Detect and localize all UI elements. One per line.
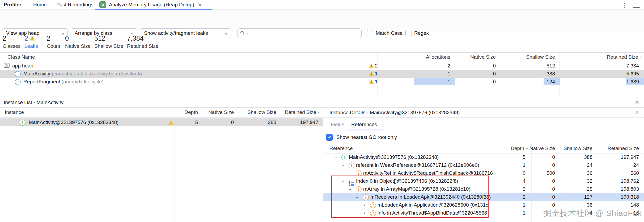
class-name: app heap bbox=[12, 63, 33, 69]
col-shallow-size[interactable]: Shallow Size bbox=[564, 144, 592, 153]
col-shallow-size[interactable]: Shallow Size bbox=[247, 107, 276, 117]
warning-icon bbox=[369, 72, 374, 76]
stat-label: Retained Size bbox=[127, 43, 158, 49]
col-depth[interactable]: Depth bbox=[184, 107, 198, 117]
stat-label: Classes bbox=[3, 43, 21, 49]
col-instance[interactable]: Instance bbox=[5, 107, 24, 117]
search-icon bbox=[240, 30, 245, 36]
retained-size-cell: 560 bbox=[630, 169, 639, 177]
leak-count-badge: 1 bbox=[369, 78, 378, 86]
reference-tree-row[interactable]: IMainActivity@321397576 (0x13282348)5038… bbox=[323, 153, 644, 161]
gc-root-checkbox[interactable] bbox=[326, 134, 333, 141]
tab-analyze-memory-usage[interactable]: Analyze Memory Usage (Heap Dump) × bbox=[95, 0, 212, 10]
col-shallow-size[interactable]: Shallow Size bbox=[526, 53, 555, 62]
warning-icon bbox=[30, 36, 35, 41]
allocations-cell: 1 bbox=[447, 70, 450, 78]
retained-size-cell: 24 bbox=[633, 161, 639, 169]
summary-stat-count: 2Count bbox=[47, 34, 60, 49]
shallow-size-cell: 36 bbox=[587, 169, 592, 177]
instance-list-title: Instance List - MainActivity bbox=[4, 98, 63, 107]
stat-value: 2 bbox=[24, 35, 28, 42]
tab-fields[interactable]: Fields bbox=[331, 119, 344, 130]
depth-cell: 4 bbox=[523, 177, 526, 185]
col-reference[interactable]: Reference bbox=[329, 144, 353, 153]
class-icon: C bbox=[15, 71, 21, 77]
col-retained-size[interactable]: Retained Size bbox=[607, 53, 643, 62]
tab-references[interactable]: References bbox=[351, 119, 377, 130]
collapse-chevron-icon[interactable] bbox=[341, 163, 345, 169]
instance-row[interactable]: IMainActivity@321397576 (0x13282348)5038… bbox=[0, 118, 323, 126]
tab-close-icon[interactable]: × bbox=[198, 1, 202, 8]
collapse-chevron-icon[interactable] bbox=[333, 155, 338, 161]
depth-cell: 1 bbox=[523, 201, 526, 209]
native-size-cell: 0 bbox=[493, 70, 496, 78]
menu-profiler[interactable]: Profiler bbox=[4, 0, 22, 10]
native-size-cell: 0 bbox=[552, 153, 555, 161]
tab-label: Analyze Memory Usage (Heap Dump) bbox=[109, 2, 194, 8]
regex-checkbox[interactable] bbox=[405, 30, 412, 36]
shallow-size-cell: 388 bbox=[268, 118, 276, 126]
gc-root-checkbox-label[interactable]: Show nearest GC root only bbox=[336, 134, 397, 141]
references-header: Reference Depth Native Size Shallow Size… bbox=[323, 144, 644, 153]
col-class-name[interactable]: Class Name bbox=[7, 53, 35, 62]
warning-icon bbox=[168, 120, 173, 125]
minimize-icon[interactable] bbox=[633, 7, 640, 8]
sort-desc-icon bbox=[317, 110, 321, 114]
profiler-window: app heap2205127,384CMainActivity (com.sh… bbox=[0, 0, 644, 222]
class-table-row[interactable]: CReportFragment (androidx.lifecycle)1101… bbox=[0, 78, 644, 86]
stat-value: 0 bbox=[65, 35, 69, 42]
depth-cell: 5 bbox=[195, 118, 198, 126]
class-name: MainActivity bbox=[23, 71, 50, 76]
menu-past-recordings[interactable]: Past Recordings bbox=[56, 0, 93, 10]
col-retained-size[interactable]: Retained Size bbox=[608, 144, 639, 153]
leak-warning-badge bbox=[168, 118, 173, 126]
col-depth[interactable]: Depth bbox=[511, 144, 529, 153]
instance-icon: I bbox=[341, 155, 347, 160]
allocations-cell: 2 bbox=[447, 62, 450, 70]
reference-label: referent in WeakReference@316671712 (0x1… bbox=[356, 161, 495, 169]
depth-cell: 0 bbox=[523, 169, 526, 177]
active-tab-underline bbox=[348, 130, 383, 130]
field-icon: f bbox=[349, 163, 354, 168]
search-input[interactable] bbox=[248, 29, 359, 38]
reference-tree-row[interactable]: freferent in WeakReference@316671712 (0x… bbox=[323, 161, 644, 169]
match-case-label[interactable]: Match Case bbox=[376, 28, 402, 38]
regex-label[interactable]: Regex bbox=[414, 28, 429, 38]
col-native-size[interactable]: Native Size bbox=[208, 107, 234, 117]
instance-list-header: Instance Depth Native Size Shallow Size … bbox=[0, 107, 323, 117]
native-size-cell: 0 bbox=[552, 193, 555, 201]
retained-size-cell: 198,762 bbox=[621, 177, 639, 185]
summary-stat-classes: 2Classes bbox=[3, 34, 21, 49]
class-icon: C bbox=[15, 79, 21, 85]
search-field[interactable] bbox=[237, 28, 362, 38]
watermark: 掘金技术社区 @ ShiaoFuk bbox=[543, 208, 642, 219]
col-native-size[interactable]: Native Size bbox=[470, 53, 496, 62]
instance-details-close-icon[interactable]: × bbox=[635, 109, 639, 116]
kebab-menu-icon[interactable] bbox=[624, 3, 625, 8]
stat-label: Leaks bbox=[24, 43, 38, 49]
col-native-size[interactable]: Native Size bbox=[529, 144, 555, 153]
col-allocations[interactable]: Allocations bbox=[426, 53, 450, 62]
class-table-row[interactable]: app heap2205127,384 bbox=[0, 62, 644, 70]
leak-count-badge: 2 bbox=[369, 62, 378, 70]
instance-list-close-icon[interactable]: × bbox=[635, 99, 639, 106]
stat-value: 2 bbox=[3, 35, 6, 42]
class-table-header: Class Name Allocations Native Size Shall… bbox=[0, 53, 644, 62]
heap-dump-task-icon bbox=[99, 1, 106, 8]
depth-cell: 1 bbox=[523, 209, 526, 217]
native-size-cell: 0 bbox=[552, 185, 555, 193]
retained-size-cell: 197,947 bbox=[300, 118, 318, 126]
match-case-checkbox[interactable] bbox=[367, 30, 373, 36]
col-retained-size[interactable]: Retained Size bbox=[285, 107, 321, 117]
native-size-cell: 0 bbox=[493, 62, 496, 70]
stat-value: 7,384 bbox=[127, 35, 144, 42]
summary-stat-leaks[interactable]: 2Leaks bbox=[24, 34, 38, 49]
tab-bar: Profiler Home Past Recordings Analyze Me… bbox=[0, 0, 644, 10]
allocations-cell: 1 bbox=[447, 78, 450, 86]
check-icon bbox=[327, 135, 332, 140]
search-history-caret-icon[interactable] bbox=[246, 33, 248, 34]
menu-home[interactable]: Home bbox=[33, 0, 47, 10]
stat-value: 2 bbox=[47, 35, 50, 42]
reference-label: MainActivity@321397576 (0x13282348) bbox=[349, 153, 495, 161]
class-table-row[interactable]: CMainActivity (com.shiaofuk.leakactiviy.… bbox=[0, 70, 644, 78]
